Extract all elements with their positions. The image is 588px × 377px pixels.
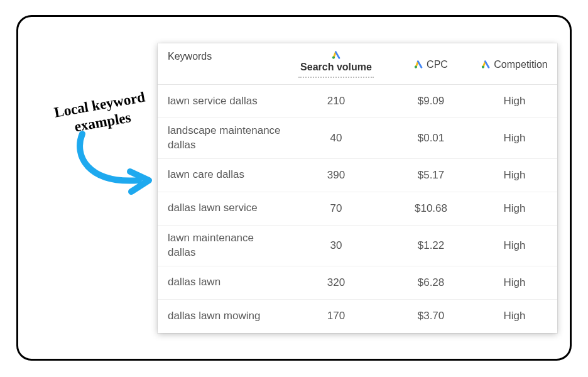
table-row: lawn care dallas 390 $5.17 High: [158, 159, 557, 192]
cell-volume: 210: [282, 95, 390, 107]
cell-keyword: lawn service dallas: [158, 94, 282, 109]
svg-point-1: [415, 66, 417, 68]
cell-volume: 390: [282, 169, 390, 182]
cell-competition: High: [472, 276, 557, 289]
cell-volume: 70: [282, 202, 390, 215]
cell-cpc: $0.01: [390, 132, 472, 145]
cell-volume: 320: [282, 276, 390, 289]
cell-cpc: $5.17: [390, 169, 472, 182]
table-header: Keywords Search volume: [158, 43, 557, 85]
table-row: lawn service dallas 210 $9.09 High: [158, 85, 557, 118]
header-keywords: Keywords: [158, 51, 282, 78]
google-ads-icon: [414, 60, 423, 68]
svg-point-0: [332, 57, 335, 59]
keyword-table: Keywords Search volume: [158, 43, 557, 333]
table-row: dallas lawn 320 $6.28 High: [158, 266, 557, 300]
header-competition: Competition: [472, 51, 557, 78]
content-frame: Local keyword examples Keywords Search v…: [16, 15, 572, 361]
cell-cpc: $6.28: [390, 276, 472, 289]
cell-keyword: lawn maintenance dallas: [158, 231, 282, 260]
cell-keyword: landscape maintenance dallas: [158, 124, 282, 153]
table-body: lawn service dallas 210 $9.09 High lands…: [158, 85, 557, 333]
cell-cpc: $1.22: [390, 239, 472, 252]
cell-cpc: $3.70: [390, 310, 472, 322]
cell-cpc: $9.09: [390, 95, 472, 107]
cell-volume: 30: [282, 239, 390, 252]
cell-competition: High: [472, 239, 557, 252]
cell-keyword: dallas lawn: [158, 275, 282, 290]
table-row: landscape maintenance dallas 40 $0.01 Hi…: [158, 118, 557, 159]
svg-point-2: [482, 66, 484, 68]
header-cpc: CPC: [390, 51, 472, 78]
header-cpc-label: CPC: [427, 59, 448, 70]
arrow-icon: [68, 129, 163, 204]
cell-keyword: lawn care dallas: [158, 168, 282, 182]
table-row: dallas lawn mowing 170 $3.70 High: [158, 300, 557, 333]
header-competition-label: Competition: [494, 59, 547, 70]
dotted-underline: [298, 77, 374, 78]
header-volume-label: Search volume: [300, 62, 372, 73]
cell-competition: High: [472, 310, 557, 322]
google-ads-icon: [481, 60, 490, 68]
cell-keyword: dallas lawn mowing: [158, 309, 282, 324]
cell-competition: High: [472, 202, 557, 215]
header-search-volume: Search volume: [282, 51, 390, 78]
cell-keyword: dallas lawn service: [158, 201, 282, 216]
cell-volume: 170: [282, 310, 390, 322]
cell-competition: High: [472, 132, 557, 145]
google-ads-icon: [332, 51, 340, 59]
cell-cpc: $10.68: [390, 202, 472, 215]
cell-volume: 40: [282, 132, 390, 145]
cell-competition: High: [472, 169, 557, 182]
cell-competition: High: [472, 95, 557, 107]
header-keywords-label: Keywords: [168, 51, 212, 62]
table-row: dallas lawn service 70 $10.68 High: [158, 192, 557, 226]
annotation-label: Local keyword examples: [36, 85, 166, 141]
table-row: lawn maintenance dallas 30 $1.22 High: [158, 226, 557, 266]
